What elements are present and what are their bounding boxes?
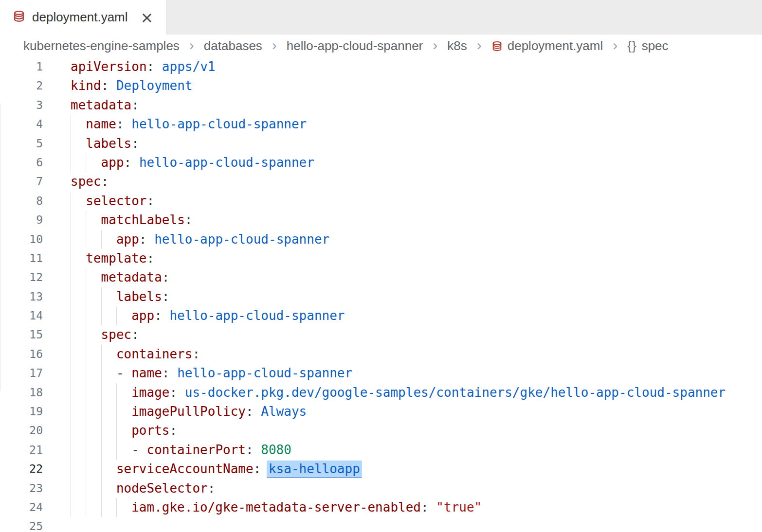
code-token-punct: : (139, 232, 154, 247)
line-number[interactable]: 8 (0, 192, 43, 211)
chevron-right-icon: › (272, 38, 277, 53)
line-number[interactable]: 9 (0, 211, 43, 230)
line-number[interactable]: 14 (0, 306, 43, 325)
line-number[interactable]: 3 (0, 96, 43, 115)
code-line[interactable]: 17- name: hello-app-cloud-spanner (0, 364, 762, 383)
code-line[interactable]: 8selector: (0, 192, 762, 211)
line-number[interactable]: 12 (0, 268, 43, 287)
code-line[interactable]: 7spec: (0, 172, 762, 191)
line-number[interactable]: 4 (0, 115, 43, 134)
line-number[interactable]: 10 (0, 230, 43, 249)
code-line[interactable]: 10app: hello-app-cloud-spanner (0, 230, 762, 249)
code-line[interactable]: 3metadata: (0, 96, 762, 115)
code-line[interactable]: 11template: (0, 249, 762, 268)
indent-guide (71, 325, 86, 344)
code-text: selector: (86, 192, 154, 211)
indent-guide (71, 230, 86, 249)
code-line[interactable]: 6app: hello-app-cloud-spanner (0, 153, 762, 172)
code-line[interactable]: 9matchLabels: (0, 211, 762, 230)
code-line[interactable]: 13labels: (0, 287, 762, 306)
line-number[interactable]: 18 (0, 383, 43, 402)
code-token-key: labels (86, 136, 131, 151)
code-token-key: spec (71, 174, 101, 189)
indent-guide (86, 230, 101, 249)
line-number[interactable]: 5 (0, 134, 43, 153)
breadcrumb-item-spec[interactable]: {}spec (627, 38, 668, 53)
close-icon[interactable]: × (141, 10, 154, 25)
code-line[interactable]: 1apiVersion: apps/v1 (0, 57, 762, 76)
code-line[interactable]: 2kind: Deployment (0, 76, 762, 95)
code-line[interactable]: 21- containerPort: 8080 (0, 441, 762, 460)
code-token-val: us-docker.pkg.dev/google-samples/contain… (185, 385, 726, 400)
code-text: image: us-docker.pkg.dev/google-samples/… (131, 383, 726, 402)
code-lines: 1apiVersion: apps/v12kind: Deployment3me… (0, 57, 762, 532)
code-line[interactable]: 23nodeSelector: (0, 479, 762, 498)
code-token-key: labels (116, 289, 162, 304)
code-line[interactable]: 22serviceAccountName: ksa-helloapp (0, 460, 762, 479)
code-token-val: hello-app-cloud-spanner (131, 117, 307, 131)
indent-guide (86, 402, 101, 421)
line-number[interactable]: 23 (0, 479, 43, 498)
indent-guide (86, 268, 101, 287)
chevron-right-icon: › (189, 38, 194, 53)
code-line[interactable]: 20ports: (0, 421, 762, 440)
breadcrumb-item-kubernetes-engine-samples[interactable]: kubernetes-engine-samples (23, 38, 180, 53)
code-token-punct: : (116, 117, 131, 131)
highlighted-word[interactable]: ksa-helloapp (267, 461, 362, 478)
code-line[interactable]: 16containers: (0, 345, 762, 364)
indent-guide (71, 192, 86, 211)
line-number[interactable]: 20 (0, 421, 43, 440)
indent-guide (116, 441, 131, 460)
breadcrumb-item-hello-app-cloud-spanner[interactable]: hello-app-cloud-spanner (287, 38, 423, 53)
code-line[interactable]: 19imagePullPolicy: Always (0, 402, 762, 421)
breadcrumb-item-databases[interactable]: databases (204, 38, 262, 53)
breadcrumb-item-deployment-yaml[interactable]: deployment.yaml (491, 38, 603, 53)
code-token-key: name (131, 366, 162, 380)
line-number[interactable]: 2 (0, 76, 43, 95)
indent-guide (116, 498, 131, 517)
line-number[interactable]: 11 (0, 249, 43, 268)
code-line[interactable]: 15spec: (0, 325, 762, 344)
line-number[interactable]: 13 (0, 287, 43, 306)
breadcrumb-item-k8s[interactable]: k8s (447, 38, 467, 53)
code-line[interactable]: 18image: us-docker.pkg.dev/google-sample… (0, 383, 762, 402)
line-number[interactable]: 7 (0, 172, 43, 191)
indent-guide (71, 306, 86, 325)
line-number[interactable]: 21 (0, 441, 43, 460)
line-number[interactable]: 6 (0, 153, 43, 172)
code-line[interactable]: 5labels: (0, 134, 762, 153)
code-token-punct: : (208, 481, 216, 496)
line-number[interactable]: 16 (0, 345, 43, 364)
code-text: metadata: (71, 96, 139, 115)
code-line[interactable]: 24iam.gke.io/gke-metadata-server-enabled… (0, 498, 762, 517)
indent-guide (86, 498, 101, 517)
code-token-key: matchLabels (101, 213, 185, 227)
code-token-punct: : (169, 423, 177, 438)
line-number[interactable]: 25 (0, 517, 43, 532)
line-number[interactable]: 24 (0, 498, 43, 517)
code-token-punct: : (131, 98, 139, 112)
indent-guide (86, 441, 101, 460)
code-line[interactable]: 4name: hello-app-cloud-spanner (0, 115, 762, 134)
line-number[interactable]: 1 (0, 57, 43, 76)
code-text: spec: (71, 172, 109, 191)
tab-deployment-yaml[interactable]: deployment.yaml × (0, 0, 166, 35)
line-number[interactable]: 22 (0, 460, 43, 479)
line-number[interactable]: 15 (0, 325, 43, 344)
code-text: containers: (116, 345, 200, 364)
editor[interactable]: 1apiVersion: apps/v12kind: Deployment3me… (0, 57, 762, 532)
code-text: kind: Deployment (71, 76, 192, 95)
line-number[interactable]: 19 (0, 402, 43, 421)
code-line[interactable]: 14app: hello-app-cloud-spanner (0, 306, 762, 325)
indent-guide (116, 306, 131, 325)
code-token-punct: : (147, 194, 155, 208)
code-token-key: image (131, 385, 169, 400)
code-line[interactable]: 25 (0, 517, 762, 532)
code-token-val: hello-app-cloud-spanner (154, 232, 329, 247)
database-icon (491, 41, 503, 52)
breadcrumb-label: deployment.yaml (508, 38, 603, 53)
line-number[interactable]: 17 (0, 364, 43, 383)
code-token-punct: : (101, 78, 116, 93)
code-token-punct: - (116, 366, 131, 380)
code-line[interactable]: 12metadata: (0, 268, 762, 287)
